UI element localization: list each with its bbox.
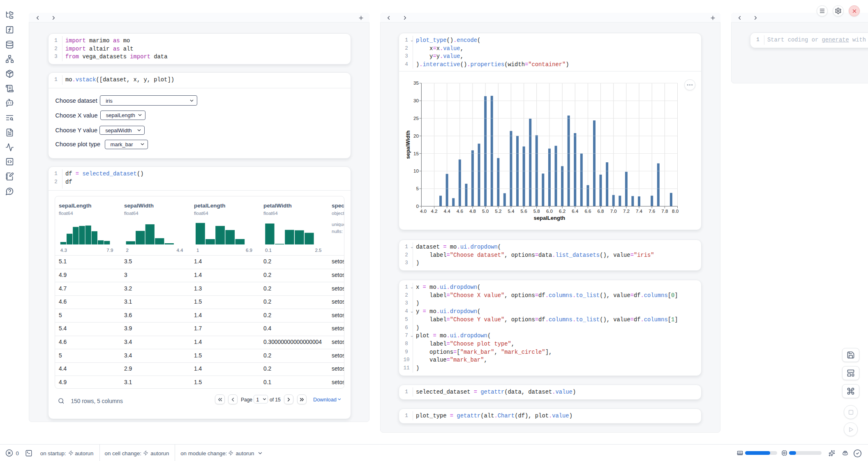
svg-text:5: 5 bbox=[416, 186, 418, 191]
svg-text:0: 0 bbox=[416, 204, 418, 209]
svg-text:sepalLength: sepalLength bbox=[534, 215, 566, 221]
svg-text:25: 25 bbox=[413, 116, 419, 121]
svg-text:10: 10 bbox=[413, 168, 419, 173]
svg-text:6.4: 6.4 bbox=[572, 209, 579, 214]
svg-text:sepalWidth: sepalWidth bbox=[405, 131, 411, 159]
svg-text:5.6: 5.6 bbox=[521, 209, 527, 214]
svg-text:7.2: 7.2 bbox=[623, 209, 630, 214]
svg-text:20: 20 bbox=[413, 134, 419, 138]
svg-text:7.8: 7.8 bbox=[661, 209, 668, 214]
svg-text:6.2: 6.2 bbox=[559, 209, 566, 214]
svg-text:5.0: 5.0 bbox=[482, 209, 489, 214]
svg-text:4.0: 4.0 bbox=[420, 209, 427, 214]
svg-text:6.6: 6.6 bbox=[584, 209, 591, 214]
svg-text:15: 15 bbox=[413, 151, 419, 156]
svg-text:6.0: 6.0 bbox=[546, 209, 553, 214]
svg-text:4.2: 4.2 bbox=[431, 209, 438, 214]
svg-text:7.6: 7.6 bbox=[649, 209, 655, 214]
svg-text:5.2: 5.2 bbox=[495, 209, 501, 214]
svg-text:4.4: 4.4 bbox=[444, 209, 451, 214]
svg-text:30: 30 bbox=[413, 98, 419, 103]
svg-text:4.8: 4.8 bbox=[469, 209, 476, 214]
svg-text:7.4: 7.4 bbox=[636, 209, 643, 214]
svg-text:8.0: 8.0 bbox=[672, 209, 679, 214]
svg-text:5.4: 5.4 bbox=[508, 209, 515, 214]
svg-text:7.0: 7.0 bbox=[610, 209, 617, 214]
svg-text:4.6: 4.6 bbox=[457, 209, 463, 214]
svg-text:6.8: 6.8 bbox=[598, 209, 604, 214]
svg-text:35: 35 bbox=[413, 81, 419, 85]
svg-text:5.8: 5.8 bbox=[533, 209, 540, 214]
